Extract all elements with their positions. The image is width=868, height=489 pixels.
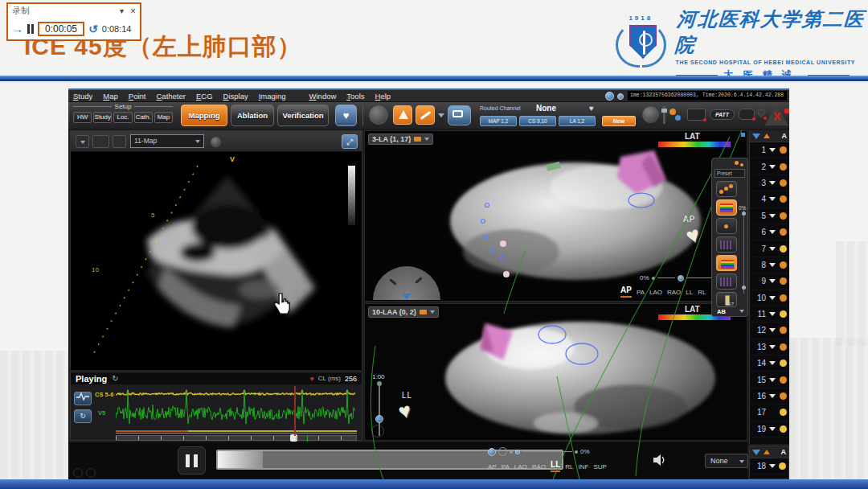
orientation-label[interactable]: RL bbox=[565, 463, 573, 472]
orientation-label[interactable]: LL bbox=[686, 289, 693, 298]
chevron-down-icon[interactable] bbox=[769, 378, 776, 382]
video-record-dot-button[interactable] bbox=[211, 137, 221, 147]
app-corner-button2[interactable] bbox=[86, 468, 96, 478]
point-row[interactable]: 11 bbox=[750, 306, 789, 323]
fullscreen-expand-button[interactable]: ⤢ bbox=[342, 134, 358, 149]
map2-rotate-button[interactable] bbox=[371, 425, 384, 438]
grid-display-button[interactable] bbox=[716, 273, 737, 290]
orientation-label[interactable]: AP bbox=[488, 463, 497, 472]
orientation-label[interactable]: AP bbox=[620, 286, 632, 298]
orientation-label[interactable]: LL bbox=[551, 460, 560, 472]
menu-item[interactable]: Map bbox=[103, 92, 118, 101]
signal-config-button[interactable] bbox=[74, 392, 92, 405]
basket-catheter-button[interactable] bbox=[393, 105, 412, 125]
point-row[interactable]: 5 bbox=[750, 208, 789, 224]
point-row[interactable]: 17 bbox=[750, 405, 789, 421]
slider-knob[interactable] bbox=[375, 415, 383, 423]
sort-icon[interactable] bbox=[764, 134, 770, 138]
app-corner-button1[interactable] bbox=[73, 468, 83, 478]
menu-item[interactable]: Point bbox=[129, 92, 146, 101]
menu-item[interactable]: ECG bbox=[196, 92, 213, 101]
video-source-select[interactable]: 11-Map bbox=[130, 134, 204, 148]
lat-color-button[interactable] bbox=[716, 255, 737, 271]
map2-fill-slider[interactable]: 0% bbox=[488, 447, 590, 456]
orientation-label[interactable]: RL bbox=[698, 289, 706, 298]
mapping-mode-button[interactable]: Mapping bbox=[181, 105, 227, 126]
single-point-button[interactable] bbox=[716, 218, 737, 234]
mesh-display-button[interactable] bbox=[716, 236, 737, 253]
chevron-down-icon[interactable] bbox=[769, 328, 776, 332]
chevron-down-icon[interactable] bbox=[769, 214, 776, 218]
preset-select[interactable]: Preset bbox=[714, 169, 745, 178]
menu-item[interactable]: Display bbox=[223, 92, 248, 101]
chevron-down-icon[interactable] bbox=[769, 263, 776, 267]
chevron-down-icon[interactable] bbox=[769, 394, 776, 398]
chevron-down-icon[interactable] bbox=[438, 113, 444, 117]
setup-button[interactable]: Loc. bbox=[113, 112, 132, 123]
orientation-label[interactable]: RAO bbox=[667, 289, 681, 298]
chevron-down-icon[interactable] bbox=[739, 310, 744, 313]
video-probe-button[interactable] bbox=[113, 135, 126, 148]
menu-item[interactable]: Catheter bbox=[156, 92, 185, 101]
color-fill-button[interactable] bbox=[716, 199, 737, 216]
point-row[interactable]: 1 bbox=[750, 142, 789, 158]
attribute-icon[interactable]: A bbox=[782, 132, 788, 140]
setup-button[interactable]: Study bbox=[93, 112, 112, 123]
filter-icon[interactable] bbox=[752, 450, 760, 455]
chevron-down-icon[interactable] bbox=[769, 464, 776, 468]
channel-button[interactable]: LA 1,2 bbox=[559, 116, 596, 126]
loop-sync-button[interactable]: ↻ bbox=[74, 409, 92, 423]
pause-button[interactable] bbox=[178, 446, 206, 475]
orientation-label[interactable]: PA bbox=[637, 289, 645, 298]
orientation-label[interactable]: LAO bbox=[649, 289, 662, 298]
menu-item[interactable]: Study bbox=[73, 92, 92, 101]
chevron-down-icon[interactable]: ▾ bbox=[120, 6, 124, 15]
sync-icon[interactable]: ↻ bbox=[112, 374, 118, 383]
pause-recording-icon[interactable] bbox=[27, 24, 34, 34]
chevron-down-icon[interactable] bbox=[769, 148, 776, 152]
point-row[interactable]: 6 bbox=[750, 224, 789, 240]
panel-menu-button[interactable] bbox=[76, 135, 89, 148]
point-row[interactable]: 18 bbox=[750, 458, 788, 475]
chevron-down-icon[interactable] bbox=[769, 181, 776, 185]
channel-button[interactable]: MAP 1,2 bbox=[480, 116, 517, 126]
point-row[interactable]: 16 bbox=[750, 388, 789, 405]
orientation-label[interactable]: SUP bbox=[593, 463, 606, 472]
chevron-down-icon[interactable] bbox=[769, 279, 776, 283]
chevron-down-icon[interactable] bbox=[769, 247, 776, 251]
menu-item[interactable]: Help bbox=[375, 92, 391, 101]
map2-title-chip[interactable]: 10-LAA (0, 2) bbox=[368, 306, 439, 318]
point-row[interactable]: 13 bbox=[750, 339, 789, 355]
chevron-down-icon[interactable] bbox=[769, 197, 776, 201]
orientation-label[interactable]: PA bbox=[502, 463, 510, 472]
menu-item[interactable]: Imaging bbox=[259, 92, 286, 101]
map1-fill-slider[interactable]: 0% bbox=[640, 274, 723, 281]
point-row[interactable]: 8 bbox=[750, 257, 789, 273]
setup-button[interactable]: Map bbox=[154, 112, 173, 123]
threshold-slider[interactable] bbox=[743, 208, 744, 294]
points-display-button[interactable] bbox=[716, 181, 737, 197]
menu-item[interactable]: Tools bbox=[346, 92, 364, 101]
verification-mode-button[interactable]: Verification bbox=[277, 105, 329, 126]
channel-button[interactable]: CS 9,10 bbox=[519, 116, 556, 126]
chevron-down-icon[interactable] bbox=[769, 427, 776, 431]
chevron-down-icon[interactable] bbox=[769, 165, 776, 169]
map1-title-chip[interactable]: 3-LA (1, 17) bbox=[368, 134, 433, 145]
point-row[interactable]: 2 bbox=[750, 158, 789, 175]
redo-icon[interactable]: ↺ bbox=[88, 23, 98, 35]
video-tool-button[interactable] bbox=[92, 135, 109, 148]
sort-icon[interactable] bbox=[764, 450, 770, 454]
point-row[interactable]: 7 bbox=[750, 240, 789, 257]
menu-item[interactable]: Window bbox=[309, 92, 337, 101]
orientation-label[interactable]: LAO bbox=[514, 463, 527, 472]
new-channel-button[interactable]: New bbox=[602, 116, 636, 126]
attribute-icon[interactable]: A bbox=[781, 448, 787, 456]
timer-button[interactable] bbox=[369, 105, 388, 125]
record-dim-button[interactable] bbox=[642, 106, 659, 123]
close-icon[interactable]: × bbox=[130, 6, 136, 17]
system-settings-icon[interactable] bbox=[605, 92, 614, 101]
mini-slider[interactable] bbox=[663, 106, 665, 124]
chevron-down-icon[interactable] bbox=[769, 312, 776, 316]
point-row[interactable]: 4 bbox=[750, 191, 789, 208]
recording-toolbar[interactable]: 录制 ▾ × → 0:00:05 ↺ 0:08:14 bbox=[6, 2, 141, 41]
